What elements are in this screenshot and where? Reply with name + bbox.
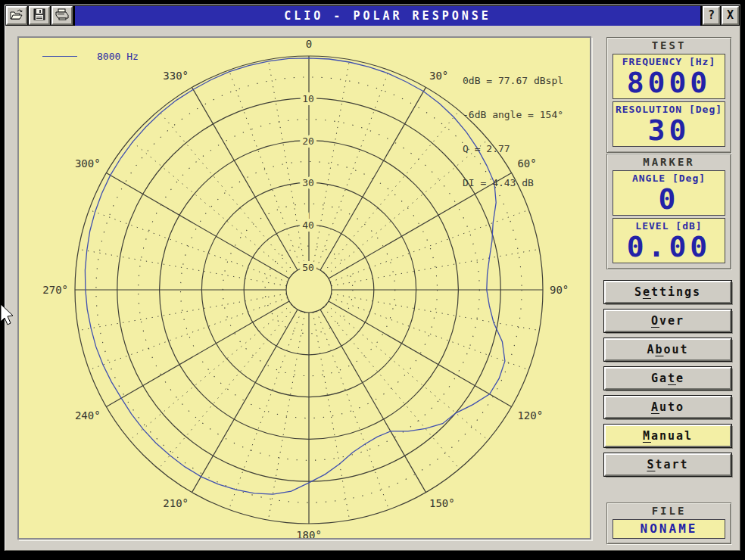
svg-text:330°: 330° — [163, 70, 189, 82]
screen: CLIO - POLAR RESPONSE ? X 1020304050030°… — [0, 0, 745, 560]
marker-level-value: 0.00 — [613, 232, 725, 262]
svg-text:30: 30 — [302, 177, 314, 188]
settings-button[interactable]: Settings — [604, 281, 731, 303]
stat-q: Q = 2.77 — [463, 143, 563, 154]
marker-angle-display[interactable]: ANGLE [Deg] 0 — [613, 170, 725, 216]
marker-group: MARKER ANGLE [Deg] 0 LEVEL [dB] 0.00 — [606, 154, 731, 269]
frequency-value: 8000 — [613, 67, 725, 98]
stat-di: DI = 4.43 dB — [463, 177, 563, 188]
open-file-button[interactable] — [6, 6, 27, 25]
save-icon — [33, 8, 45, 23]
frequency-display[interactable]: FREQUENCY [Hz] 8000 — [613, 54, 725, 99]
svg-text:20: 20 — [302, 135, 314, 147]
help-button[interactable]: ? — [703, 6, 720, 25]
file-group: FILE NONAME — [606, 502, 731, 544]
svg-text:210°: 210° — [163, 497, 189, 509]
stat-6db-angle: -6dB angle = 154° — [463, 109, 563, 120]
svg-text:180°: 180° — [296, 529, 322, 538]
auto-button[interactable]: Auto — [604, 396, 731, 418]
polar-plot-panel: 1020304050030°60°90°120°150°180°210°240°… — [17, 36, 591, 540]
test-group-header: TEST — [613, 39, 725, 51]
over-button[interactable]: Over — [604, 310, 731, 332]
marker-angle-value: 0 — [613, 184, 725, 214]
file-group-header: FILE — [613, 505, 725, 517]
svg-text:270°: 270° — [42, 284, 68, 296]
resolution-display[interactable]: RESOLUTION [Deg] 30 — [613, 101, 725, 147]
app-window: CLIO - POLAR RESPONSE ? X 1020304050030°… — [5, 5, 740, 551]
svg-text:30°: 30° — [429, 70, 448, 82]
legend: 8000 Hz — [42, 51, 139, 62]
svg-text:50: 50 — [302, 262, 314, 273]
resolution-value: 30 — [613, 115, 725, 145]
svg-text:0: 0 — [306, 38, 312, 50]
test-group: TEST FREQUENCY [Hz] 8000 RESOLUTION [Deg… — [606, 37, 731, 153]
file-name-display: NONAME — [613, 519, 725, 539]
svg-text:120°: 120° — [517, 409, 543, 422]
close-button[interactable]: X — [722, 6, 739, 25]
legend-label: 8000 Hz — [97, 51, 139, 62]
svg-text:150°: 150° — [429, 497, 455, 509]
marker-level-display: LEVEL [dB] 0.00 — [613, 218, 725, 263]
marker-group-header: MARKER — [613, 156, 725, 168]
about-button[interactable]: About — [604, 338, 731, 361]
svg-text:10: 10 — [302, 93, 314, 104]
print-button[interactable] — [51, 6, 73, 25]
titlebar: CLIO - POLAR RESPONSE ? X — [5, 5, 740, 26]
window-title: CLIO - POLAR RESPONSE — [284, 9, 491, 23]
titlebar-caption-area: CLIO - POLAR RESPONSE — [75, 6, 700, 26]
svg-text:90°: 90° — [550, 284, 569, 296]
file-name-value: NONAME — [613, 521, 725, 537]
start-button[interactable]: Start — [604, 453, 731, 476]
manual-button[interactable]: Manual — [604, 425, 731, 447]
svg-text:240°: 240° — [75, 409, 101, 422]
sidebar-buttons: SettingsOverAboutGateAutoManualStart — [604, 281, 731, 482]
save-file-button[interactable] — [29, 6, 50, 25]
legend-line-swatch — [42, 56, 77, 57]
open-icon — [10, 9, 23, 23]
gate-button[interactable]: Gate — [604, 367, 731, 390]
print-icon — [55, 8, 69, 23]
measurement-stats: 0dB = 77.67 dBspl -6dB angle = 154° Q = … — [463, 52, 563, 211]
svg-text:300°: 300° — [75, 157, 101, 170]
stat-0db: 0dB = 77.67 dBspl — [463, 75, 563, 86]
svg-text:40: 40 — [302, 219, 314, 231]
